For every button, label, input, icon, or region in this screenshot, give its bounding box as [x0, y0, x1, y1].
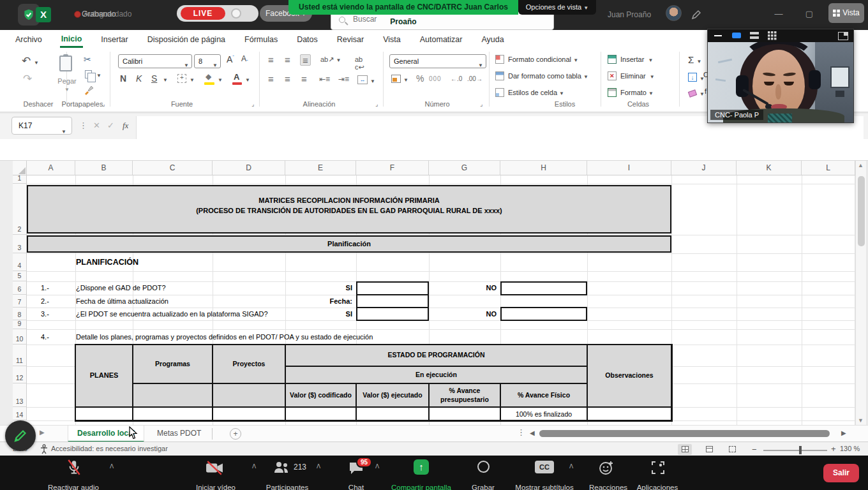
participants-options-icon[interactable]: ᐱ	[317, 463, 320, 470]
shrink-font-button[interactable]: Aˇ	[241, 54, 248, 64]
number-format-combo[interactable]: General▼	[389, 54, 486, 68]
apps-button[interactable]: Aplicaciones	[629, 484, 686, 490]
row-header-3[interactable]: 3	[13, 235, 27, 253]
q4-number-cell[interactable]: 4.-	[41, 329, 49, 345]
vertical-scrollbar[interactable]: ▲ ▼	[855, 161, 866, 425]
table-header-valor-ejecutado[interactable]: Valor ($) ejecutado	[356, 383, 429, 407]
participants-icon[interactable]	[273, 461, 290, 475]
hscroll-right-icon[interactable]: ▶	[841, 429, 846, 436]
table-row-cell[interactable]	[133, 407, 213, 420]
record-button[interactable]: Grabar	[461, 484, 505, 490]
table-header-avance-presupuestario[interactable]: % Avance presupuestario	[429, 383, 500, 407]
restore-button[interactable]: ▢	[803, 8, 816, 20]
table-row-cell[interactable]	[356, 407, 429, 420]
table-header-valor-codificado[interactable]: Valor ($) codificado	[285, 383, 356, 407]
horizontal-scroll-thumb[interactable]	[539, 430, 830, 437]
reactions-icon[interactable]	[599, 460, 614, 475]
tab-archivo[interactable]: Archivo	[14, 33, 43, 47]
font-color-icon[interactable]: A	[234, 72, 239, 82]
participant-video-panel[interactable]: CNC- Paola P	[707, 29, 854, 123]
table-header-proyectos[interactable]: Proyectos	[213, 345, 285, 383]
row-header-8[interactable]: 8	[13, 308, 27, 320]
q1-si-answer-box[interactable]	[356, 281, 429, 295]
decrease-decimal-button[interactable]: .00→	[467, 75, 483, 82]
align-center-button[interactable]: ≡	[285, 75, 290, 84]
apps-icon[interactable]	[651, 461, 665, 475]
delete-cells-button[interactable]: Eliminar ▼	[620, 72, 655, 80]
vertical-scroll-thumb[interactable]	[858, 176, 865, 246]
cut-icon[interactable]: ✂	[84, 54, 91, 64]
table-header-observaciones[interactable]: Observaciones	[587, 345, 671, 407]
accounting-dropdown-icon[interactable]: ▼	[403, 77, 408, 83]
search-input[interactable]	[353, 15, 532, 24]
q1-number-cell[interactable]: 1.-	[41, 281, 49, 295]
align-bottom-button[interactable]: ≡	[300, 54, 311, 66]
row-header-13[interactable]: 13	[13, 383, 27, 407]
autosum-button[interactable]: Σ ▼	[688, 54, 701, 65]
table-row-cell[interactable]	[587, 407, 671, 420]
captions-options-icon[interactable]: ᐱ	[569, 463, 573, 470]
align-top-button[interactable]: ≡	[268, 56, 274, 64]
copy-dropdown-icon[interactable]: ▼	[96, 73, 101, 78]
q1-si-label[interactable]: SI	[285, 281, 355, 295]
insert-cells-button[interactable]: Insertar ▼	[620, 56, 653, 63]
camera-off-icon[interactable]	[206, 461, 223, 476]
zoom-slider[interactable]	[763, 450, 827, 451]
popout-layout-icon[interactable]	[838, 32, 848, 40]
row-header-5[interactable]: 5	[13, 271, 27, 281]
find-label-partial[interactable]: f	[705, 87, 707, 95]
format-painter-icon[interactable]	[84, 85, 94, 95]
accounting-format-icon[interactable]	[391, 75, 401, 83]
table-header-planes[interactable]: PLANES	[75, 345, 133, 407]
table-header-estado[interactable]: ESTADO DE PROGRAMACIÓN	[285, 345, 587, 366]
hscroll-left-icon[interactable]: ◀	[530, 429, 535, 436]
participants-button[interactable]: Participantes	[252, 484, 322, 490]
font-size-combo[interactable]: 8▼	[194, 54, 221, 68]
row-header-4[interactable]: 4	[13, 253, 27, 271]
tab-vista[interactable]: Vista	[382, 33, 402, 47]
grid-view-icon[interactable]	[768, 31, 777, 40]
q1-no-label[interactable]: NO	[429, 281, 499, 295]
col-header-D[interactable]: D	[213, 161, 285, 175]
q1-text-cell[interactable]: ¿Dispone el GAD de PDOT?	[76, 281, 166, 295]
undo-button[interactable]: ↶ ▼	[22, 54, 39, 68]
table-cell-empty[interactable]	[133, 383, 213, 407]
q2-number-cell[interactable]: 2.-	[41, 295, 49, 308]
col-header-K[interactable]: K	[737, 161, 802, 175]
mic-options-icon[interactable]: ᐱ	[110, 463, 114, 470]
zoom-slider-thumb[interactable]	[799, 446, 802, 454]
page-layout-view-icon[interactable]	[702, 444, 716, 455]
row-header-1[interactable]: 1	[13, 175, 27, 184]
cancel-entry-icon[interactable]: ✕	[93, 121, 100, 130]
font-color-dropdown-icon[interactable]: ▼	[245, 77, 250, 83]
portapapeles-dialog-launcher[interactable]: ⌟	[102, 101, 105, 107]
q2-text-cell[interactable]: Fecha de última actualización	[76, 295, 168, 308]
table-header-programas[interactable]: Programas	[133, 345, 213, 383]
table-row-cell[interactable]	[285, 407, 356, 420]
row-header-9[interactable]: 9	[13, 320, 27, 329]
format-as-table-button[interactable]: Dar formato como tabla ▼	[508, 72, 588, 80]
q3-no-answer-box[interactable]	[500, 307, 587, 321]
tab-insertar[interactable]: Insertar	[100, 33, 129, 47]
q2-answer-box[interactable]	[356, 294, 429, 308]
col-header-C[interactable]: C	[133, 161, 213, 175]
zoom-out-icon[interactable]: −	[752, 445, 757, 454]
align-left-button[interactable]: ≡	[268, 75, 274, 84]
copy-icon[interactable]	[85, 70, 92, 78]
q4-text-cell[interactable]: Detalle los planes, programas y proyecto…	[76, 329, 373, 345]
captions-icon[interactable]: CC	[535, 461, 554, 473]
tab-ayuda[interactable]: Ayuda	[480, 33, 505, 47]
redo-button[interactable]: ↷	[23, 72, 32, 85]
q3-si-label[interactable]: SI	[285, 308, 355, 321]
tab-formulas[interactable]: Fórmulas	[243, 33, 279, 47]
underline-button[interactable]: S	[151, 73, 157, 84]
view-options-button[interactable]: Opciones de vista ▼	[518, 0, 596, 15]
start-video-button[interactable]: Iniciar vídeo	[181, 484, 251, 490]
tab-inicio[interactable]: Inicio	[60, 32, 84, 48]
comma-style-button[interactable]: 000	[429, 75, 442, 82]
spreadsheet[interactable]: A B C D E F G H I J K L 1 2 3 4 5 6 7 8 …	[13, 161, 855, 425]
add-sheet-button[interactable]: +	[230, 428, 241, 440]
col-header-H[interactable]: H	[500, 161, 587, 175]
row-header-14[interactable]: 14	[13, 407, 27, 420]
muted-mic-icon[interactable]	[66, 459, 82, 476]
